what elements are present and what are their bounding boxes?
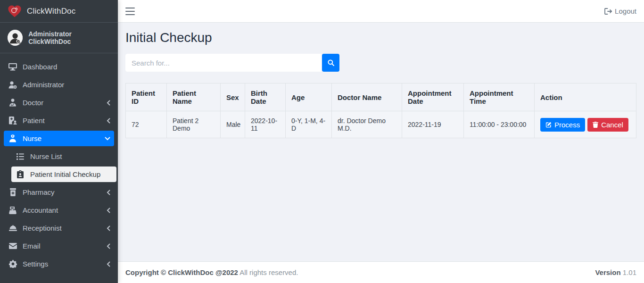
chevron-left-icon (107, 225, 110, 231)
col-patient-name: Patient Name (167, 83, 221, 111)
search-bar (125, 54, 636, 72)
footer: Copyright © ClickWithDoc @2022 All right… (118, 261, 644, 283)
col-patient-id: Patient ID (126, 83, 167, 111)
cell-appointment-date: 2022-11-19 (402, 111, 464, 138)
cell-patient-name: Patient 2 Demo (167, 111, 221, 138)
sidebar-item-label: Nurse List (30, 152, 62, 160)
cancel-button[interactable]: Cancel (587, 118, 628, 132)
cancel-label: Cancel (601, 121, 623, 129)
sidebar-item-label: Settings (23, 260, 48, 268)
user-gear-icon (8, 81, 18, 89)
search-input[interactable] (125, 54, 322, 72)
search-icon (328, 59, 334, 66)
sidebar-item-label: Receptionist (23, 224, 62, 232)
gear-icon (8, 260, 18, 268)
sidebar-item-label: Email (23, 242, 41, 250)
cash-register-icon (8, 206, 18, 215)
sidebar-item-settings[interactable]: Settings (4, 256, 114, 272)
table-row: 72 Patient 2 Demo Male 2022-10-11 0-Y, 1… (126, 111, 636, 138)
logout-icon (604, 8, 612, 15)
sidebar-item-label: Accountant (23, 206, 58, 214)
checkup-table: Patient ID Patient Name Sex Birth Date A… (125, 83, 636, 138)
sidebar-item-accountant[interactable]: Accountant (4, 202, 114, 218)
page-title: Initial Checkup (125, 30, 636, 45)
list-icon (15, 152, 25, 161)
sidebar-item-doctor[interactable]: Doctor (4, 95, 114, 110)
table-header-row: Patient ID Patient Name Sex Birth Date A… (126, 83, 636, 111)
chevron-left-icon (107, 261, 110, 267)
chevron-left-icon (107, 100, 110, 106)
chevron-left-icon (107, 208, 110, 213)
col-appointment-date: Appointment Date (402, 83, 464, 111)
logout-button[interactable]: Logout (604, 7, 636, 15)
copyright-text: Copyright © ClickWithDoc @2022 All right… (125, 268, 298, 276)
user-nurse-icon (8, 134, 18, 143)
sidebar-item-email[interactable]: Email (4, 238, 114, 254)
edit-icon (545, 122, 552, 128)
sidebar-item-dashboard[interactable]: Dashboard (4, 59, 114, 75)
brand-name: ClickWithDoc (27, 7, 75, 16)
user-avatar (8, 30, 23, 46)
col-age: Age (286, 83, 332, 111)
desktop-icon (8, 63, 18, 71)
col-sex: Sex (221, 83, 245, 111)
sidebar-item-label: Patient Initial Checkup (30, 170, 100, 178)
cell-age: 0-Y, 1-M, 4-D (286, 111, 332, 138)
nurse-submenu: Nurse List Patient Initial Checkup (0, 149, 118, 182)
col-appointment-time: Appointment Time (464, 83, 535, 111)
heart-logo-icon (7, 3, 22, 19)
prescription-bottle-icon (8, 188, 18, 197)
col-action: Action (535, 83, 636, 111)
cell-birth-date: 2022-10-11 (245, 111, 286, 138)
trash-icon (593, 122, 598, 128)
process-label: Process (554, 121, 580, 129)
envelope-icon (8, 242, 18, 250)
sidebar-item-nurse[interactable]: Nurse (4, 131, 114, 146)
sidebar-item-label: Patient (23, 117, 45, 125)
search-button[interactable] (322, 54, 339, 72)
process-button[interactable]: Process (540, 118, 585, 132)
hospital-user-icon (8, 117, 18, 125)
sidebar-item-pharmacy[interactable]: Pharmacy (4, 184, 114, 200)
sidebar-item-patient-initial-checkup[interactable]: Patient Initial Checkup (11, 166, 116, 182)
sidebar-item-nurse-list[interactable]: Nurse List (11, 149, 116, 164)
main-area: Logout Initial Checkup Patient (118, 0, 644, 283)
brand-link[interactable]: ClickWithDoc (0, 0, 118, 23)
sidebar-item-label: Dashboard (23, 63, 57, 71)
chevron-left-icon (107, 118, 110, 124)
chevron-left-icon (107, 243, 110, 249)
sidebar-item-label: Doctor (23, 99, 43, 107)
cell-doctor-name: dr. Doctor Demo M.D. (332, 111, 402, 138)
top-navbar: Logout (118, 0, 644, 23)
cell-action: Process Cancel (535, 111, 636, 138)
cell-appointment-time: 11:00:00 - 23:00:00 (464, 111, 535, 138)
sidebar: ClickWithDoc Administrator ClickWithDoc (0, 0, 118, 283)
user-name[interactable]: Administrator ClickWithDoc (28, 30, 111, 45)
concierge-bell-icon (8, 224, 18, 233)
user-panel: Administrator ClickWithDoc (0, 23, 118, 53)
sidebar-item-label: Pharmacy (23, 188, 55, 196)
chevron-down-icon (105, 137, 110, 141)
clipboard-icon (15, 170, 25, 179)
col-birth-date: Birth Date (245, 83, 286, 111)
sidebar-item-label: Administrator (23, 81, 64, 89)
user-doctor-icon (8, 99, 18, 107)
version-text: Version 1.01 (595, 268, 636, 276)
sidebar-item-receptionist[interactable]: Receptionist (4, 220, 114, 236)
content: Initial Checkup Patient ID Patient Name (118, 23, 644, 261)
sidebar-item-label: Nurse (23, 134, 41, 142)
sidebar-nav: Dashboard Administrator Doctor (0, 53, 118, 283)
logout-label: Logout (615, 7, 636, 15)
cell-sex: Male (221, 111, 245, 138)
app-window: ClickWithDoc Administrator ClickWithDoc (0, 0, 644, 283)
sidebar-item-administrator[interactable]: Administrator (4, 77, 114, 92)
col-doctor-name: Doctor Name (332, 83, 402, 111)
sidebar-item-patient[interactable]: Patient (4, 113, 114, 128)
chevron-left-icon (107, 190, 110, 195)
hamburger-menu-icon[interactable] (125, 8, 135, 15)
cell-patient-id: 72 (126, 111, 167, 138)
